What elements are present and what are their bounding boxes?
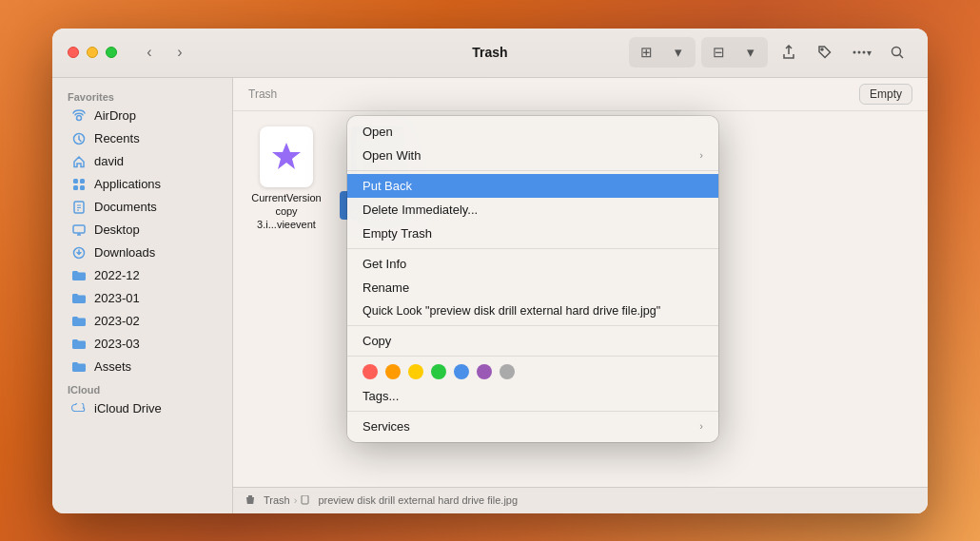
menu-label-copy: Copy bbox=[363, 334, 391, 348]
close-button[interactable] bbox=[68, 47, 79, 58]
forward-button[interactable]: › bbox=[167, 39, 193, 66]
menu-item-rename[interactable]: Rename bbox=[347, 276, 718, 299]
more-button[interactable]: ▾ bbox=[846, 39, 876, 66]
menu-item-delete[interactable]: Delete Immediately... bbox=[347, 198, 718, 222]
documents-icon bbox=[71, 200, 87, 215]
menu-item-put-back[interactable]: Put Back bbox=[347, 174, 718, 198]
svg-point-0 bbox=[821, 48, 823, 50]
sidebar-item-label: iCloud Drive bbox=[94, 401, 162, 415]
menu-divider-2 bbox=[347, 248, 718, 249]
color-red[interactable] bbox=[363, 364, 378, 379]
submenu-arrow: › bbox=[699, 149, 703, 161]
menu-label-get-info: Get Info bbox=[363, 257, 406, 271]
menu-color-tags bbox=[347, 359, 718, 384]
folder-icon bbox=[71, 337, 87, 352]
sidebar-item-2023-03[interactable]: 2023-03 bbox=[56, 333, 228, 356]
sidebar-item-2022-12[interactable]: 2022-12 bbox=[56, 264, 228, 287]
back-button[interactable]: ‹ bbox=[136, 39, 163, 66]
sidebar-item-recents[interactable]: Recents bbox=[56, 127, 228, 150]
color-yellow[interactable] bbox=[408, 364, 423, 379]
menu-label-put-back: Put Back bbox=[363, 179, 412, 193]
services-arrow: › bbox=[699, 420, 703, 432]
menu-divider-4 bbox=[347, 356, 718, 357]
sidebar-item-label: david bbox=[94, 154, 124, 168]
content-header: Trash Empty bbox=[233, 78, 928, 111]
downloads-icon bbox=[71, 245, 87, 261]
sidebar-item-label: 2022-12 bbox=[94, 268, 140, 282]
menu-item-empty-trash[interactable]: Empty Trash bbox=[347, 222, 718, 245]
menu-item-quick-look[interactable]: Quick Look "preview disk drill external … bbox=[347, 299, 718, 322]
sidebar-item-applications[interactable]: Applications bbox=[56, 173, 228, 196]
color-green[interactable] bbox=[431, 364, 446, 379]
search-button[interactable] bbox=[882, 39, 912, 66]
sidebar-item-label: Downloads bbox=[94, 245, 155, 260]
svg-rect-9 bbox=[80, 179, 85, 184]
sidebar-item-label: Documents bbox=[94, 200, 157, 214]
sidebar-item-downloads[interactable]: Downloads bbox=[56, 242, 228, 264]
svg-point-1 bbox=[853, 51, 855, 54]
sidebar-item-desktop[interactable]: Desktop bbox=[56, 219, 228, 242]
recents-icon bbox=[71, 131, 87, 146]
breadcrumb-file: preview disk drill external hard drive f… bbox=[318, 494, 518, 506]
tag-button[interactable] bbox=[810, 39, 840, 66]
maximize-button[interactable] bbox=[106, 47, 117, 58]
sidebar-item-label: Desktop bbox=[94, 222, 140, 237]
desktop-icon bbox=[71, 222, 87, 238]
menu-divider-1 bbox=[347, 170, 718, 171]
grid-view-button[interactable]: ⊞ bbox=[631, 39, 661, 66]
menu-divider-3 bbox=[347, 325, 718, 326]
file-name-vieevent: CurrentVersion copy 3.i...vieevent bbox=[248, 191, 324, 232]
statusbar: Trash › preview disk drill external hard… bbox=[233, 487, 928, 513]
menu-item-tags[interactable]: Tags... bbox=[347, 384, 718, 408]
sidebar-item-2023-01[interactable]: 2023-01 bbox=[56, 287, 228, 310]
list-view-button[interactable]: ▾ bbox=[663, 39, 694, 66]
sidebar-item-label: Recents bbox=[94, 131, 140, 145]
breadcrumb: Trash › preview disk drill external hard… bbox=[245, 494, 518, 506]
folder-icon bbox=[71, 291, 87, 306]
svg-rect-16 bbox=[73, 225, 85, 233]
sidebar-item-airdrop[interactable]: AirDrop bbox=[56, 105, 228, 127]
sidebar-item-label: 2023-03 bbox=[94, 337, 140, 351]
menu-label-open: Open bbox=[363, 125, 393, 139]
menu-item-open-with[interactable]: Open With › bbox=[347, 144, 718, 167]
menu-item-open[interactable]: Open bbox=[347, 120, 718, 144]
file-item-vieevent[interactable]: CurrentVersion copy 3.i...vieevent bbox=[248, 126, 324, 232]
sidebar-item-2023-02[interactable]: 2023-02 bbox=[56, 310, 228, 333]
sidebar-item-david[interactable]: david bbox=[56, 150, 228, 173]
sidebar-item-label: AirDrop bbox=[94, 108, 136, 123]
sidebar-item-icloud-drive[interactable]: iCloud Drive bbox=[56, 397, 228, 420]
main-content: Favorites AirDrop bbox=[52, 78, 928, 513]
menu-label-quick-look: Quick Look "preview disk drill external … bbox=[363, 304, 660, 318]
nav-buttons: ‹ › bbox=[136, 39, 193, 66]
share-button[interactable] bbox=[774, 39, 804, 66]
folder-icon bbox=[71, 359, 87, 375]
color-purple[interactable] bbox=[477, 364, 492, 379]
toolbar-right: ⊞ ▾ ⊟ ▾ ▾ bbox=[629, 37, 912, 68]
svg-marker-20 bbox=[272, 143, 301, 169]
sidebar-item-documents[interactable]: Documents bbox=[56, 196, 228, 219]
color-orange[interactable] bbox=[385, 364, 401, 379]
color-blue[interactable] bbox=[454, 364, 469, 379]
home-icon bbox=[71, 154, 87, 169]
breadcrumb-separator: › bbox=[294, 494, 298, 506]
menu-label-rename: Rename bbox=[363, 280, 409, 295]
column-view-button[interactable]: ⊟ bbox=[703, 39, 734, 66]
icloud-icon bbox=[71, 401, 87, 416]
context-menu: Open Open With › Put Back Delete Immedia… bbox=[347, 116, 718, 442]
menu-item-copy[interactable]: Copy bbox=[347, 329, 718, 353]
color-gray[interactable] bbox=[500, 364, 515, 379]
airdrop-icon bbox=[71, 108, 87, 124]
empty-trash-button[interactable]: Empty bbox=[859, 84, 912, 105]
view-toggle[interactable]: ▾ bbox=[735, 39, 766, 66]
menu-item-get-info[interactable]: Get Info bbox=[347, 252, 718, 276]
svg-point-6 bbox=[77, 115, 82, 120]
minimize-button[interactable] bbox=[87, 47, 98, 58]
breadcrumb-trash: Trash bbox=[264, 494, 290, 506]
menu-item-services[interactable]: Services › bbox=[347, 415, 718, 438]
sidebar-item-label: 2023-02 bbox=[94, 314, 140, 328]
sidebar-item-assets[interactable]: Assets bbox=[56, 356, 228, 378]
menu-label-delete: Delete Immediately... bbox=[363, 203, 478, 217]
folder-icon bbox=[71, 268, 87, 283]
menu-label-open-with: Open With bbox=[363, 148, 421, 163]
window-title: Trash bbox=[472, 45, 507, 60]
